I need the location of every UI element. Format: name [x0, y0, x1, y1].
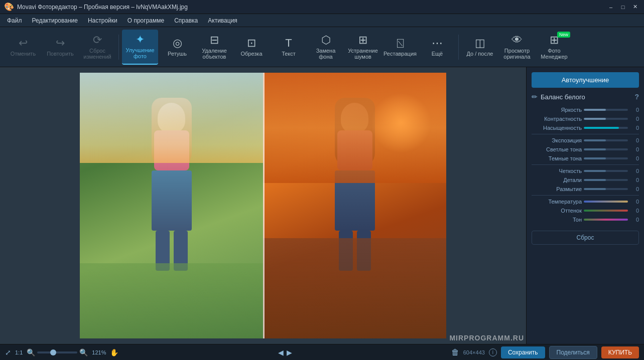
tone-label: Тон: [532, 217, 582, 223]
crop-button[interactable]: ⊡ Обрезка: [233, 30, 270, 65]
divider-3: [532, 195, 639, 196]
tint-row: Оттенок 0: [532, 208, 639, 214]
menu-edit[interactable]: Редактирование: [27, 15, 83, 26]
denoise-button[interactable]: ⊞ Устранение шумов: [345, 30, 381, 65]
text-button[interactable]: T Текст: [271, 30, 307, 65]
details-label: Детали: [532, 177, 582, 183]
menu-settings[interactable]: Настройки: [83, 15, 122, 26]
split-divider[interactable]: [263, 73, 265, 338]
retouch-icon: ◎: [173, 38, 182, 49]
blur-slider[interactable]: [584, 188, 628, 190]
clarity-slider[interactable]: [584, 170, 628, 172]
divider-1: [532, 134, 639, 134]
canvas-area[interactable]: MIRPROGRAMM.RU: [0, 67, 526, 344]
blur-value: 0: [630, 186, 639, 192]
fullscreen-button[interactable]: ⤢: [5, 348, 11, 356]
delete-button[interactable]: 🗑: [451, 348, 459, 357]
blur-label: Размытие: [532, 186, 582, 192]
contrast-slider[interactable]: [584, 118, 628, 120]
saturation-label: Насыщенность: [532, 125, 582, 131]
contrast-value: 0: [630, 116, 639, 122]
zoom-out-button[interactable]: 🔍: [27, 348, 35, 356]
reset-all-button[interactable]: Сброс: [532, 231, 639, 245]
exposure-row: Экспозиция 0: [532, 137, 639, 143]
tone-row: Тон 0: [532, 217, 639, 223]
remove-objects-button[interactable]: ⊟ Удаление объектов: [196, 30, 232, 65]
view-original-button[interactable]: 👁 Просмотр оригинала: [499, 30, 535, 65]
menu-about[interactable]: О программе: [122, 15, 169, 26]
new-badge: New: [557, 32, 570, 38]
details-slider[interactable]: [584, 179, 628, 181]
tint-slider[interactable]: [584, 210, 628, 212]
more-button[interactable]: ⋯ Ещё: [419, 30, 455, 65]
section-header: ✏ Баланс белого ?: [532, 93, 639, 103]
undo-label: Отменить: [11, 51, 36, 57]
blur-row: Размытие 0: [532, 186, 639, 192]
remove-label: Удаление объектов: [202, 48, 227, 60]
saturation-slider[interactable]: [584, 127, 628, 129]
brightness-value: 0: [630, 107, 639, 113]
retouch-button[interactable]: ◎ Ретушь: [159, 30, 195, 65]
text-icon: T: [285, 38, 292, 49]
exposure-label: Экспозиция: [532, 137, 582, 143]
denoise-icon: ⊞: [358, 35, 367, 46]
redo-label: Повторить: [47, 51, 74, 57]
temperature-slider[interactable]: [584, 201, 628, 203]
window-title: Movavi Фоторедактор – Пробная версия – l…: [17, 4, 188, 11]
share-button[interactable]: Поделиться: [549, 346, 597, 359]
next-image-button[interactable]: ▶: [287, 348, 292, 356]
menu-activate[interactable]: Активация: [203, 15, 242, 26]
zoom-ratio-label: 1:1: [15, 349, 23, 355]
shadows-slider[interactable]: [584, 157, 628, 159]
temperature-label: Температура: [532, 199, 582, 205]
menu-help[interactable]: Справка: [169, 15, 203, 26]
restore-icon: ⍂: [397, 38, 404, 49]
highlights-slider[interactable]: [584, 148, 628, 150]
bg-replace-button[interactable]: ⬡ Замена фона: [308, 30, 344, 65]
separator-1: [118, 35, 119, 60]
brightness-slider[interactable]: [584, 109, 628, 111]
toolbar: ↩ Отменить ↪ Повторить ⟳ Сброс изменений…: [0, 27, 644, 67]
highlights-label: Светлые тона: [532, 146, 582, 152]
reset-icon: ⟳: [93, 35, 102, 46]
info-button[interactable]: i: [489, 348, 497, 356]
retouch-label: Ретушь: [168, 51, 187, 57]
separator-2: [458, 35, 459, 60]
zoom-in-button[interactable]: 🔍: [79, 348, 88, 356]
brightness-label: Яркость: [532, 107, 582, 113]
tone-slider[interactable]: [584, 219, 628, 221]
restore-label: Реставрация: [383, 51, 417, 57]
enhance-icon: ✦: [136, 34, 145, 45]
white-balance-section: ✏ Баланс белого ? Яркость 0 Контрастност…: [532, 93, 639, 226]
highlights-value: 0: [630, 146, 639, 152]
titlebar: 🎨 Movavi Фоторедактор – Пробная версия –…: [0, 0, 644, 14]
exposure-slider[interactable]: [584, 139, 628, 141]
main-area: MIRPROGRAMM.RU Автоулучшение ✏ Баланс бе…: [0, 67, 644, 344]
pen-icon: ✏: [532, 93, 538, 101]
minimize-button[interactable]: –: [606, 3, 616, 11]
more-icon: ⋯: [432, 38, 443, 49]
hand-tool-button[interactable]: ✋: [110, 348, 118, 356]
manager-button[interactable]: New ⊞ Фото Менеджер: [536, 30, 572, 65]
buy-button[interactable]: КУПИТЬ: [601, 346, 639, 358]
undo-button[interactable]: ↩ Отменить: [5, 30, 41, 65]
enhance-button[interactable]: ✦ Улучшение фото: [122, 30, 158, 65]
help-button[interactable]: ?: [634, 93, 639, 101]
temperature-row: Температура 0: [532, 199, 639, 205]
menu-file[interactable]: Файл: [2, 15, 27, 26]
prev-image-button[interactable]: ◀: [278, 348, 284, 356]
after-image: [263, 73, 446, 338]
reset-label: Сброс изменений: [83, 48, 111, 60]
close-button[interactable]: ✕: [630, 3, 640, 11]
before-after-button[interactable]: ◫ До / после: [462, 30, 498, 65]
zoom-slider[interactable]: [37, 351, 77, 353]
reset-button[interactable]: ⟳ Сброс изменений: [79, 30, 115, 65]
before-image: [80, 73, 263, 338]
maximize-button[interactable]: □: [618, 3, 628, 11]
restore-button[interactable]: ⍂ Реставрация: [382, 30, 418, 65]
enhance-label: Улучшение фото: [125, 47, 154, 59]
save-button[interactable]: Сохранить: [501, 346, 545, 358]
statusbar: ⤢ 1:1 🔍 🔍 121% ✋ ◀ ▶ 🗑 604×443 i Сохрани…: [0, 344, 644, 360]
auto-enhance-button[interactable]: Автоулучшение: [532, 72, 639, 88]
redo-button[interactable]: ↪ Повторить: [42, 30, 78, 65]
